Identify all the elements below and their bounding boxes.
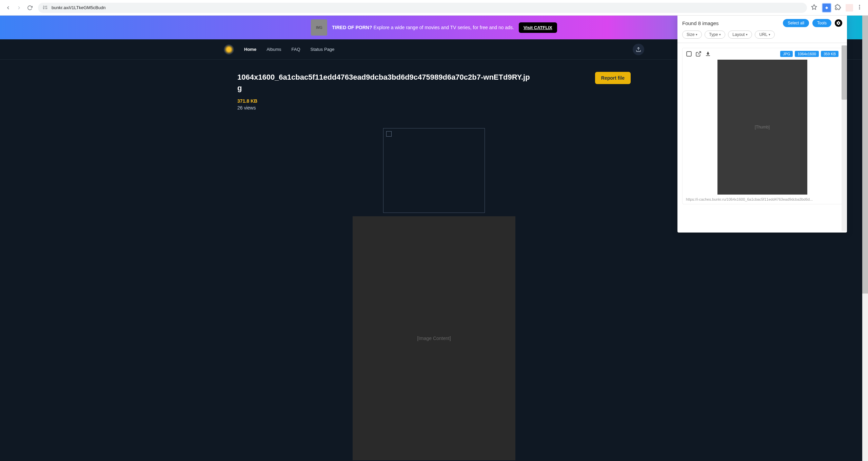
promo-cta-button[interactable]: Visit CATFLIX bbox=[519, 22, 557, 33]
settings-icon[interactable] bbox=[835, 19, 842, 27]
ext-scrollbar[interactable] bbox=[842, 45, 847, 231]
nav-home[interactable]: Home bbox=[244, 47, 256, 52]
promo-text-bold: TIRED OF PORN? bbox=[332, 25, 372, 30]
main-image[interactable]: [Image Content] bbox=[353, 216, 515, 460]
nav-albums[interactable]: Albums bbox=[267, 47, 281, 52]
report-button[interactable]: Report file bbox=[595, 72, 631, 84]
card-url-text: https://i-caches.bunkr.ru/1064x1600_6a1c… bbox=[683, 195, 842, 201]
filter-size[interactable]: Size▾ bbox=[682, 31, 702, 39]
nav-status[interactable]: Status Page bbox=[311, 47, 335, 52]
extension-icon-active[interactable]: ◆ bbox=[822, 3, 831, 13]
extensions-icon[interactable] bbox=[835, 4, 842, 12]
site-info-icon[interactable] bbox=[43, 5, 48, 11]
tools-button[interactable]: Tools bbox=[812, 19, 831, 27]
chevron-down-icon: ▾ bbox=[719, 33, 721, 36]
card-action-icons bbox=[686, 51, 711, 57]
page-scrollbar[interactable] bbox=[862, 16, 868, 461]
ext-header-actions: Select all Tools bbox=[783, 19, 842, 27]
upload-button[interactable] bbox=[633, 44, 644, 55]
chevron-down-icon: ▾ bbox=[696, 33, 697, 36]
browser-actions: ◆ bbox=[811, 3, 864, 13]
chevron-down-icon: ▾ bbox=[769, 33, 770, 36]
checkbox-icon[interactable] bbox=[686, 51, 692, 57]
filter-layout[interactable]: Layout▾ bbox=[728, 31, 752, 39]
site-logo[interactable] bbox=[224, 44, 234, 55]
ext-results[interactable]: JPG 1064x1600 359 KB [Thumb] https://i-c… bbox=[677, 43, 847, 233]
menu-icon[interactable] bbox=[856, 4, 864, 12]
svg-point-12 bbox=[859, 8, 860, 9]
image-result-card: JPG 1064x1600 359 KB [Thumb] https://i-c… bbox=[682, 48, 842, 204]
svg-marker-9 bbox=[812, 4, 817, 9]
nav-button-group bbox=[4, 4, 34, 12]
filter-type[interactable]: Type▾ bbox=[705, 31, 725, 39]
promo-thumbnail: IMG bbox=[311, 19, 327, 36]
badge-type: JPG bbox=[780, 51, 793, 57]
ext-header: Found 8 images Select all Tools bbox=[677, 16, 847, 31]
chevron-down-icon: ▾ bbox=[746, 33, 748, 36]
nav-left-group: Home Albums FAQ Status Page bbox=[224, 44, 334, 55]
file-views: 26 views bbox=[237, 105, 532, 111]
extension-popup: Found 8 images Select all Tools Size▾ Ty… bbox=[677, 16, 847, 233]
viewport: IMG TIRED OF PORN? Explore a wide range … bbox=[0, 16, 868, 461]
url-text: bunkr.ax/i/1LTkeGM5cBudn bbox=[52, 5, 105, 10]
card-thumbnail[interactable]: [Thumb] bbox=[717, 60, 807, 195]
svg-line-16 bbox=[698, 52, 701, 54]
file-meta: 371.8 KB 26 views bbox=[237, 98, 532, 111]
svg-point-10 bbox=[859, 5, 860, 6]
open-icon[interactable] bbox=[695, 51, 702, 57]
svg-point-11 bbox=[859, 6, 860, 7]
profile-avatar[interactable] bbox=[846, 4, 853, 12]
select-all-button[interactable]: Select all bbox=[783, 19, 809, 27]
download-icon[interactable] bbox=[705, 51, 711, 57]
svg-rect-15 bbox=[687, 52, 691, 56]
promo-text-body: Explore a wide range of movies and TV se… bbox=[372, 25, 514, 30]
back-button[interactable] bbox=[4, 4, 12, 12]
badge-dimensions: 1064x1600 bbox=[795, 51, 818, 57]
file-size: 371.8 KB bbox=[237, 98, 532, 104]
address-bar[interactable]: bunkr.ax/i/1LTkeGM5cBudn bbox=[38, 3, 807, 13]
file-title: 1064x1600_6a1cbac5f11edd4763ead9dcba3bd6… bbox=[237, 72, 532, 94]
file-info: 1064x1600_6a1cbac5f11edd4763ead9dcba3bd6… bbox=[237, 72, 532, 111]
ext-filter-row: Size▾ Type▾ Layout▾ URL▾ bbox=[677, 31, 847, 43]
card-toolbar: JPG 1064x1600 359 KB bbox=[683, 48, 842, 60]
file-header: 1064x1600_6a1cbac5f11edd4763ead9dcba3bd6… bbox=[237, 72, 631, 111]
badge-filesize: 359 KB bbox=[821, 51, 839, 57]
filter-url[interactable]: URL▾ bbox=[755, 31, 775, 39]
ad-placeholder[interactable] bbox=[383, 128, 485, 213]
bookmark-icon[interactable] bbox=[811, 4, 818, 12]
ext-found-count: Found 8 images bbox=[682, 20, 719, 26]
ext-scroll-thumb[interactable] bbox=[842, 45, 847, 100]
browser-toolbar: bunkr.ax/i/1LTkeGM5cBudn ◆ bbox=[0, 0, 868, 16]
card-badges: JPG 1064x1600 359 KB bbox=[780, 51, 839, 57]
reload-button[interactable] bbox=[26, 4, 34, 12]
promo-text: TIRED OF PORN? Explore a wide range of m… bbox=[332, 25, 514, 30]
forward-button[interactable] bbox=[15, 4, 23, 12]
page-scroll-thumb[interactable] bbox=[862, 16, 868, 294]
nav-faq[interactable]: FAQ bbox=[291, 47, 300, 52]
